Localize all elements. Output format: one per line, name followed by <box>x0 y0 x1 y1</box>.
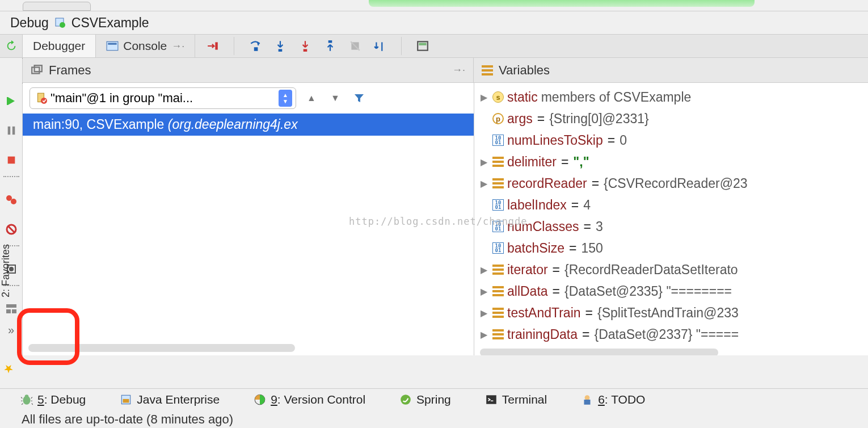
frames-scrollbar[interactable] <box>28 344 295 352</box>
expander-icon[interactable]: ▶ <box>479 329 489 340</box>
run-to-cursor-icon[interactable] <box>374 40 386 52</box>
var-type-icon <box>492 265 504 275</box>
bug-icon <box>20 393 33 406</box>
var-type-icon <box>492 178 504 188</box>
variable-row[interactable]: 10 01numLinesToSkip = 0 <box>474 129 868 151</box>
var-type-icon <box>492 157 504 167</box>
view-breakpoints-button[interactable] <box>3 192 19 208</box>
var-type-icon: 10 01 <box>492 242 504 254</box>
bottom-tab-debug[interactable]: 5: Debug <box>20 393 86 406</box>
bottom-tab-todo[interactable]: 6: TODO <box>581 393 645 406</box>
show-execution-point-icon[interactable] <box>207 40 219 52</box>
variable-row[interactable]: ▶allData = {DataSet@2335} "======== <box>474 280 868 302</box>
tab-console-label: Console <box>123 39 167 53</box>
side-gutter-top <box>0 58 23 83</box>
step-into-icon[interactable] <box>274 40 286 52</box>
editor-tab-placeholder[interactable] <box>23 2 91 11</box>
svg-rect-3 <box>108 43 117 45</box>
var-value: {SplitTestAndTrain@233 <box>597 305 739 321</box>
var-value: {DataSet@2335} "======== <box>564 284 732 299</box>
tab-console[interactable]: Console →· <box>96 35 195 57</box>
svg-rect-25 <box>6 309 11 313</box>
filter-frames-button[interactable] <box>351 90 368 107</box>
svg-rect-16 <box>7 127 10 135</box>
variable-row[interactable]: 10 01numClasses = 3 <box>474 216 868 237</box>
var-value: "," <box>573 154 589 170</box>
run-config-name: CSVExample <box>71 15 149 31</box>
variable-row[interactable]: ▶recordReader = {CSVRecordReader@23 <box>474 173 868 194</box>
var-name: delimiter <box>507 154 557 170</box>
frame-method: main:90, CSVExample <box>33 117 164 132</box>
variable-row[interactable]: ▶delimiter = "," <box>474 151 868 173</box>
more-button[interactable]: » <box>5 320 18 340</box>
debug-key: 5 <box>37 393 44 406</box>
var-type-icon <box>492 308 504 318</box>
thread-spinner[interactable]: ▲▼ <box>279 90 292 107</box>
svg-point-1 <box>60 22 65 28</box>
var-name: allData <box>507 284 548 299</box>
tab-debugger[interactable]: Debugger <box>23 35 96 57</box>
force-step-into-icon[interactable] <box>299 40 311 52</box>
svg-rect-10 <box>382 42 383 51</box>
svg-point-30 <box>25 395 29 398</box>
resume-button[interactable] <box>3 93 19 109</box>
variable-row[interactable]: pargs = {String[0]@2331} <box>474 108 868 129</box>
svg-point-20 <box>11 199 16 204</box>
var-value: 3 <box>596 219 603 234</box>
debug-toolbar-row: Debugger Console →· <box>0 34 868 58</box>
svg-rect-4 <box>216 42 218 49</box>
mute-breakpoints-button[interactable] <box>3 221 19 237</box>
pin-icon[interactable]: →· <box>452 64 465 76</box>
var-value: 0 <box>620 133 627 148</box>
expander-icon[interactable]: ▶ <box>479 265 489 275</box>
svg-point-19 <box>6 195 12 201</box>
variable-row[interactable]: ▶sstatic members of CSVExample <box>474 86 868 108</box>
tab-debugger-label: Debugger <box>33 39 85 53</box>
var-type-icon <box>492 329 504 339</box>
bottom-tab-spring[interactable]: Spring <box>399 393 451 406</box>
svg-rect-24 <box>6 304 16 308</box>
svg-rect-7 <box>304 49 307 52</box>
var-name: batchSize <box>507 241 564 256</box>
vars-scrollbar[interactable] <box>480 349 718 355</box>
stop-button[interactable] <box>3 152 19 168</box>
bottom-tab-java-ee[interactable]: Java Enterprise <box>120 393 220 406</box>
pause-button[interactable] <box>3 123 19 139</box>
variable-row[interactable]: ▶iterator = {RecordReaderDataSetIterato <box>474 259 868 280</box>
status-text: All files are up-to-date (8 minutes ago) <box>22 412 233 427</box>
svg-rect-35 <box>486 395 496 404</box>
expander-icon[interactable]: ▶ <box>479 286 489 297</box>
next-frame-button[interactable]: ▼ <box>327 90 344 107</box>
debug-title: Debug <box>10 15 49 31</box>
var-name: labelIndex <box>507 198 567 213</box>
variable-row[interactable]: ▶trainingData = {DataSet@2337} "===== <box>474 324 868 345</box>
evaluate-expression-icon[interactable] <box>416 40 429 52</box>
console-icon <box>106 40 119 52</box>
var-value: 150 <box>581 241 602 256</box>
step-over-icon[interactable] <box>249 40 262 52</box>
bottom-tool-tabs: 5: Debug Java Enterprise 9: Version Cont… <box>0 388 868 410</box>
variable-row[interactable]: ▶testAndTrain = {SplitTestAndTrain@233 <box>474 302 868 324</box>
variable-row[interactable]: 10 01labelIndex = 4 <box>474 194 868 216</box>
frames-toolbar: "main"@1 in group "mai... ▲▼ ▲ ▼ <box>23 83 474 114</box>
expander-icon[interactable]: ▶ <box>479 178 489 189</box>
favorites-sidebar-tab[interactable]: 2: Favorites <box>0 244 12 297</box>
var-name: testAndTrain <box>507 305 581 321</box>
expander-icon[interactable]: ▶ <box>479 308 489 318</box>
thread-label: "main"@1 in group "mai... <box>50 91 275 106</box>
bottom-tab-vcs[interactable]: 9: Version Control <box>254 393 365 406</box>
settings-button[interactable] <box>3 301 19 317</box>
prev-frame-button[interactable]: ▲ <box>303 90 320 107</box>
step-out-icon[interactable] <box>324 40 336 52</box>
bottom-tab-terminal[interactable]: Terminal <box>485 393 547 406</box>
var-value: {String[0]@2331} <box>549 111 649 127</box>
frames-icon <box>31 64 43 77</box>
drop-frame-icon[interactable] <box>349 40 361 52</box>
expander-icon[interactable]: ▶ <box>479 92 489 103</box>
thread-selector[interactable]: "main"@1 in group "mai... ▲▼ <box>30 87 296 109</box>
rerun-button[interactable] <box>0 35 23 57</box>
svg-rect-17 <box>12 127 15 135</box>
expander-icon[interactable]: ▶ <box>479 157 489 167</box>
stack-frame[interactable]: main:90, CSVExample (org.deeplearning4j.… <box>23 114 474 136</box>
variable-row[interactable]: 10 01batchSize = 150 <box>474 237 868 259</box>
